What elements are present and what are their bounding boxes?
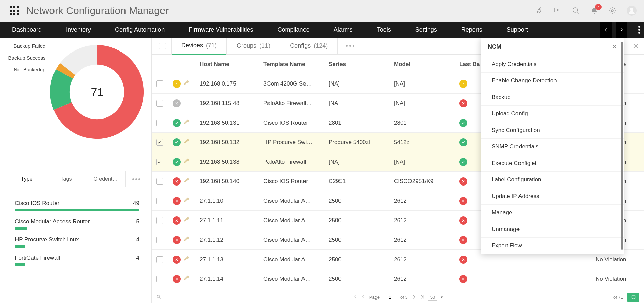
- side-tab-tags[interactable]: Tags: [46, 171, 86, 187]
- row-checkbox[interactable]: [156, 139, 163, 146]
- row-checkbox[interactable]: [156, 256, 163, 263]
- type-row[interactable]: FortiGate Firewall4: [15, 251, 139, 269]
- apps-grid-icon[interactable]: [10, 6, 19, 15]
- popup-title: NCM: [488, 43, 501, 50]
- main-area: Devices (71) Groups (11) Configs (124) S…: [151, 38, 644, 303]
- nav-support[interactable]: Support: [495, 22, 540, 38]
- tab-more-icon[interactable]: [338, 45, 362, 47]
- popup-item[interactable]: Export Flow: [481, 237, 624, 254]
- export-icon[interactable]: [627, 293, 639, 302]
- avatar-icon[interactable]: [627, 6, 637, 16]
- popup-scrollbar[interactable]: [621, 42, 623, 250]
- page-next-icon[interactable]: [411, 294, 416, 300]
- table-search-icon[interactable]: [156, 294, 162, 300]
- rocket-icon[interactable]: [536, 7, 544, 15]
- popup-item[interactable]: Apply Credentials: [481, 56, 624, 72]
- nav-dashboard[interactable]: Dashboard: [0, 22, 54, 38]
- search-icon[interactable]: [572, 7, 580, 15]
- table-row[interactable]: 27.1.1.14 Cisco Modular A… 2500 2612 No …: [152, 269, 644, 289]
- actions-popup: NCM ✕ Apply CredentialsEnable Change Det…: [481, 38, 624, 254]
- type-row[interactable]: Cisco IOS Router49: [15, 197, 139, 215]
- type-list: Cisco IOS Router49Cisco Modular Access R…: [5, 197, 149, 269]
- popup-item[interactable]: Update IP Address: [481, 188, 624, 204]
- nav-settings[interactable]: Settings: [403, 22, 449, 38]
- page-first-icon[interactable]: [353, 294, 358, 300]
- page-label: Page: [369, 295, 380, 300]
- sidebar: Backup Failed Backup Success Not Backedu…: [0, 38, 151, 303]
- page-size[interactable]: 50: [428, 294, 437, 301]
- select-all-checkbox[interactable]: [159, 43, 166, 49]
- side-tabs: Type Tags Credent…: [7, 171, 147, 187]
- notif-badge: 29: [595, 4, 602, 10]
- svg-point-4: [630, 8, 633, 11]
- row-checkbox[interactable]: [156, 120, 163, 126]
- row-checkbox[interactable]: [156, 178, 163, 185]
- row-checkbox[interactable]: [156, 159, 163, 165]
- nav-prev-icon[interactable]: [600, 22, 612, 38]
- tab-groups[interactable]: Groups (11): [227, 38, 280, 55]
- svg-rect-10: [632, 296, 635, 298]
- nav-alarms[interactable]: Alarms: [322, 22, 365, 38]
- page-input[interactable]: [383, 294, 397, 301]
- nav-next-icon[interactable]: [616, 22, 627, 38]
- popup-item[interactable]: Sync Configuration: [481, 122, 624, 138]
- popup-item[interactable]: Enable Change Detection: [481, 72, 624, 89]
- donut-chart: 71: [48, 43, 146, 141]
- nav-tools[interactable]: Tools: [365, 22, 403, 38]
- row-checkbox[interactable]: [156, 237, 163, 243]
- page-total: of 71: [613, 295, 623, 300]
- popup-item[interactable]: Execute Configlet: [481, 155, 624, 171]
- type-row[interactable]: HP Procurve Switch linux4: [15, 233, 139, 251]
- gear-icon[interactable]: [608, 7, 616, 15]
- nav-compliance[interactable]: Compliance: [265, 22, 322, 38]
- nav-firmware[interactable]: Firmware Vulnerabilities: [177, 22, 265, 38]
- col-last-backup[interactable]: Last Backup St…: [459, 61, 480, 68]
- nav-inventory[interactable]: Inventory: [54, 22, 103, 38]
- svg-point-2: [573, 8, 578, 12]
- row-checkbox[interactable]: [156, 100, 163, 107]
- nav-reports[interactable]: Reports: [449, 22, 495, 38]
- col-template[interactable]: Template Name: [263, 61, 329, 68]
- col-model[interactable]: Model: [394, 61, 459, 68]
- side-tab-credentials[interactable]: Credent…: [86, 171, 126, 187]
- svg-point-9: [157, 295, 160, 298]
- row-checkbox[interactable]: [156, 217, 163, 224]
- page-prev-icon[interactable]: [361, 294, 366, 300]
- popup-item[interactable]: Manage: [481, 204, 624, 221]
- popup-item[interactable]: Upload Config: [481, 105, 624, 122]
- svg-point-3: [611, 10, 613, 12]
- row-checkbox[interactable]: [156, 276, 163, 282]
- popup-item[interactable]: SNMP Credentials: [481, 138, 624, 155]
- donut-total: 71: [48, 43, 146, 141]
- app-title: Network Configuration Manager: [26, 5, 169, 16]
- bell-icon[interactable]: 29: [590, 7, 598, 15]
- popup-item[interactable]: Unmanage: [481, 221, 624, 237]
- tab-devices[interactable]: Devices (71): [172, 38, 226, 55]
- tab-configs[interactable]: Configs (124): [280, 38, 337, 55]
- top-bar: Network Configuration Manager 29: [0, 0, 644, 22]
- close-icon[interactable]: [632, 42, 639, 50]
- page-of: of 3: [400, 295, 408, 300]
- main-nav: Dashboard Inventory Config Automation Fi…: [0, 22, 644, 38]
- donut-legend: Backup Failed Backup Success Not Backedu…: [8, 43, 46, 78]
- side-tabs-more-icon[interactable]: [126, 171, 147, 187]
- presentation-icon[interactable]: [554, 7, 562, 15]
- popup-item[interactable]: Backup: [481, 89, 624, 105]
- row-checkbox[interactable]: [156, 198, 163, 204]
- pager: Page of 3 50 ▾ of 71: [152, 291, 644, 303]
- popup-item[interactable]: Label Configuration: [481, 171, 624, 188]
- type-row[interactable]: Cisco Modular Access Router5: [15, 215, 139, 233]
- nav-config-automation[interactable]: Config Automation: [103, 22, 177, 38]
- col-series[interactable]: Series: [329, 61, 394, 68]
- page-last-icon[interactable]: [420, 294, 425, 300]
- side-tab-type[interactable]: Type: [7, 171, 46, 187]
- popup-close-icon[interactable]: ✕: [612, 43, 617, 50]
- nav-kebab-icon[interactable]: [638, 26, 640, 34]
- svg-point-0: [539, 9, 540, 10]
- row-checkbox[interactable]: [156, 80, 163, 87]
- col-hostname[interactable]: Host Name: [200, 61, 263, 68]
